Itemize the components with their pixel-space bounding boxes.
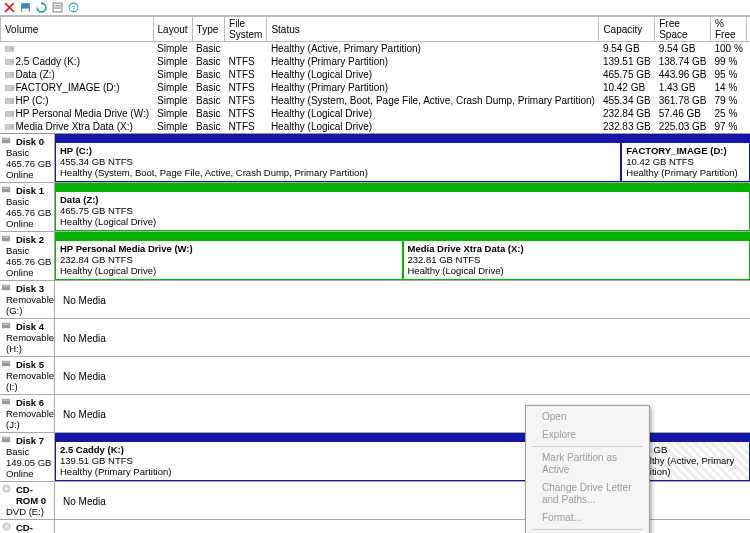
- disk-icon: [2, 136, 10, 144]
- partition[interactable]: FACTORY_IMAGE (D:)10.42 GB NTFSHealthy (…: [621, 134, 750, 182]
- refresh-icon[interactable]: [34, 1, 48, 15]
- col-free-space[interactable]: Free Space: [655, 17, 711, 42]
- context-menu: Open Explore Mark Partition as Active Ch…: [525, 405, 650, 533]
- svg-point-38: [6, 487, 8, 489]
- partition[interactable]: HP Personal Media Drive (W:)232.84 GB NT…: [55, 232, 403, 280]
- svg-rect-33: [2, 398, 10, 403]
- menu-explore[interactable]: Explore: [528, 426, 647, 444]
- no-media-label: No Media: [59, 361, 110, 390]
- partition-size: 10.42 GB NTFS: [626, 156, 745, 167]
- svg-point-40: [6, 525, 8, 527]
- disk-state: Online: [6, 169, 52, 180]
- disk-icon: [2, 435, 10, 443]
- disk-label[interactable]: Disk 2Basic465.76 GBOnline: [0, 232, 55, 280]
- partition-status: Healthy (Logical Drive): [60, 216, 745, 227]
- svg-rect-3: [54, 5, 61, 6]
- close-icon[interactable]: [2, 1, 16, 15]
- disk-size: 465.76 GB: [6, 158, 52, 169]
- partition-status: Healthy (System, Boot, Page File, Active…: [60, 167, 616, 178]
- col-capacity[interactable]: Capacity: [599, 17, 655, 42]
- svg-point-10: [11, 61, 12, 62]
- table-row[interactable]: HP Personal Media Drive (W:)SimpleBasicN…: [1, 107, 751, 120]
- menu-change-letter[interactable]: Change Drive Letter and Paths...: [528, 479, 647, 509]
- disk-size: 465.76 GB: [6, 256, 52, 267]
- svg-rect-29: [2, 322, 10, 327]
- disk-label[interactable]: Disk 7Basic149.05 GBOnline: [0, 433, 55, 481]
- col-type[interactable]: Type: [192, 17, 224, 42]
- partition[interactable]: Media Drive Xtra Data (X:)232.81 GB NTFS…: [403, 232, 751, 280]
- partition[interactable]: Data (Z:)465.75 GB NTFSHealthy (Logical …: [55, 183, 750, 231]
- volume-table: VolumeLayoutTypeFile SystemStatusCapacit…: [0, 16, 750, 133]
- table-row[interactable]: 2.5 Caddy (K:)SimpleBasicNTFSHealthy (Pr…: [1, 55, 751, 68]
- volume-name: Data (Z:): [1, 68, 154, 81]
- toolbar: ?: [0, 0, 750, 16]
- disk-icon: [2, 185, 10, 193]
- disk-name: Disk 4: [16, 321, 52, 332]
- menu-format[interactable]: Format...: [528, 509, 647, 527]
- disk-partitions: No Media: [55, 281, 750, 318]
- disk-label[interactable]: Disk 5Removable (I:): [0, 357, 55, 394]
- menu-mark-active[interactable]: Mark Partition as Active: [528, 449, 647, 479]
- svg-rect-25: [2, 235, 10, 240]
- svg-text:?: ?: [71, 4, 75, 13]
- disk-kind: Basic: [6, 196, 52, 207]
- volume-name: FACTORY_IMAGE (D:): [1, 81, 154, 94]
- menu-separator: [532, 446, 643, 447]
- disk-label[interactable]: CD-ROM 1DVD (F:): [0, 520, 55, 534]
- menu-open[interactable]: Open: [528, 408, 647, 426]
- table-row[interactable]: Data (Z:)SimpleBasicNTFSHealthy (Logical…: [1, 68, 751, 81]
- svg-rect-36: [3, 437, 9, 438]
- help-icon[interactable]: ?: [66, 1, 80, 15]
- disk-partitions: HP (C:)455.34 GB NTFSHealthy (System, Bo…: [55, 134, 750, 182]
- disk-label[interactable]: Disk 3Removable (G:): [0, 281, 55, 318]
- table-row[interactable]: HP (C:)SimpleBasicNTFSHealthy (System, B…: [1, 94, 751, 107]
- disk-icon: [2, 234, 10, 242]
- disk-kind: Basic: [6, 446, 52, 457]
- disk-kind: Basic: [6, 245, 52, 256]
- svg-rect-21: [2, 137, 10, 142]
- partition-title: FACTORY_IMAGE (D:): [626, 145, 745, 156]
- disk-label[interactable]: Disk 6Removable (J:): [0, 395, 55, 432]
- disk-name: Disk 2: [16, 234, 52, 245]
- partition-status: Healthy (Primary Partition): [626, 167, 745, 178]
- disk-row: Disk 5Removable (I:)No Media: [0, 357, 750, 395]
- svg-rect-24: [3, 187, 9, 188]
- disk-label[interactable]: Disk 1Basic465.76 GBOnline: [0, 183, 55, 231]
- svg-point-8: [11, 48, 12, 49]
- disk-name: Disk 1: [16, 185, 52, 196]
- partition-title: Data (Z:): [60, 194, 745, 205]
- disk-icon: [2, 283, 10, 291]
- svg-rect-27: [2, 284, 10, 289]
- svg-rect-31: [2, 360, 10, 365]
- disk-label[interactable]: Disk 0Basic465.76 GBOnline: [0, 134, 55, 182]
- disk-label[interactable]: CD-ROM 0DVD (E:): [0, 482, 55, 519]
- save-icon[interactable]: [18, 1, 32, 15]
- table-row[interactable]: Media Drive Xtra Data (X:)SimpleBasicNTF…: [1, 120, 751, 133]
- no-media-label: No Media: [59, 285, 110, 314]
- col-file-system[interactable]: File System: [225, 17, 267, 42]
- disk-size: 465.76 GB: [6, 207, 52, 218]
- disk-label[interactable]: Disk 4Removable (H:): [0, 319, 55, 356]
- svg-rect-32: [3, 361, 9, 362]
- svg-rect-35: [2, 436, 10, 441]
- col-layout[interactable]: Layout: [153, 17, 192, 42]
- svg-rect-1: [22, 9, 29, 12]
- col-volume[interactable]: Volume: [1, 17, 154, 42]
- disk-icon: [2, 397, 10, 405]
- col--free[interactable]: % Free: [711, 17, 747, 42]
- partition-size: 455.34 GB NTFS: [60, 156, 616, 167]
- properties-icon[interactable]: [50, 1, 64, 15]
- partition-title: Media Drive Xtra Data (X:): [408, 243, 746, 254]
- partition[interactable]: HP (C:)455.34 GB NTFSHealthy (System, Bo…: [55, 134, 621, 182]
- svg-rect-34: [3, 399, 9, 400]
- volume-name: HP (C:): [1, 94, 154, 107]
- col-status[interactable]: Status: [267, 17, 599, 42]
- svg-rect-4: [54, 8, 61, 9]
- disk-state: Online: [6, 218, 52, 229]
- table-row[interactable]: FACTORY_IMAGE (D:)SimpleBasicNTFSHealthy…: [1, 81, 751, 94]
- partition-title: HP (C:): [60, 145, 616, 156]
- disk-name: Disk 6: [16, 397, 52, 408]
- disk-name: Disk 5: [16, 359, 52, 370]
- disk-size: 149.05 GB: [6, 457, 52, 468]
- table-row[interactable]: SimpleBasicHealthy (Active, Primary Part…: [1, 42, 751, 55]
